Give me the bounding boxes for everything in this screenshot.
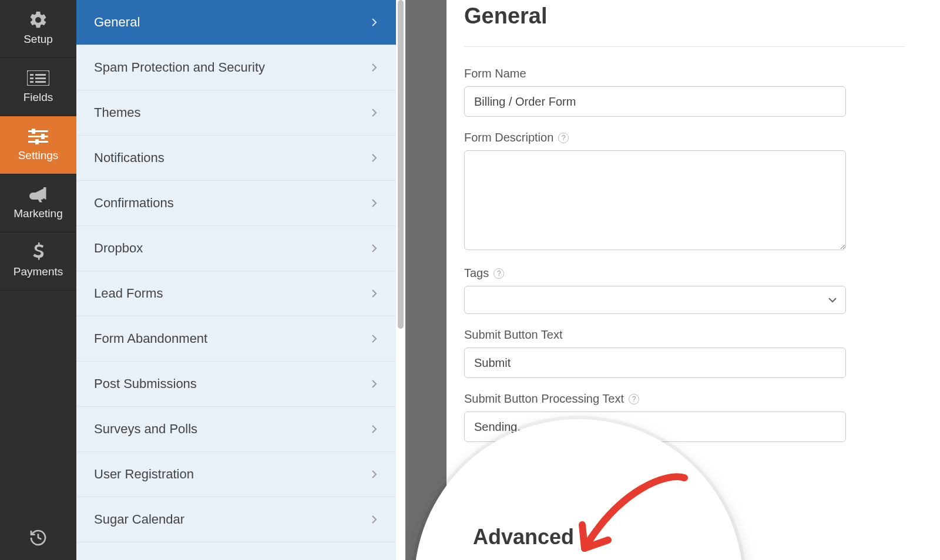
submit-processing-label: Submit Button Processing Text bbox=[464, 392, 624, 406]
sidebar-item-marketing[interactable]: Marketing bbox=[0, 174, 76, 232]
bullhorn-icon bbox=[26, 185, 50, 204]
field-submit-text: Submit Button Text bbox=[464, 328, 905, 378]
submenu-item-label: Lead Forms bbox=[94, 286, 163, 301]
submenu-item-general[interactable]: General bbox=[76, 0, 396, 45]
submenu-item-label: Themes bbox=[94, 105, 140, 120]
submenu-item-label: Spam Protection and Security bbox=[94, 60, 265, 75]
help-icon[interactable]: ? bbox=[629, 394, 639, 404]
svg-rect-12 bbox=[35, 139, 39, 144]
submenu-item-label: Surveys and Polls bbox=[94, 421, 197, 437]
submenu-item-confirmations[interactable]: Confirmations bbox=[76, 181, 396, 226]
submenu-item-form-abandonment[interactable]: Form Abandonment bbox=[76, 316, 396, 362]
chevron-right-icon bbox=[370, 335, 378, 343]
tags-select[interactable] bbox=[464, 286, 846, 314]
submenu-scrollbar[interactable] bbox=[396, 0, 405, 560]
sidebar-item-label: Setup bbox=[24, 33, 53, 46]
help-icon[interactable]: ? bbox=[494, 268, 504, 279]
submit-text-input[interactable] bbox=[464, 348, 846, 378]
form-name-label: Form Name bbox=[464, 67, 905, 80]
help-icon[interactable]: ? bbox=[558, 133, 569, 143]
svg-rect-11 bbox=[41, 134, 45, 139]
submenu-item-surveys-polls[interactable]: Surveys and Polls bbox=[76, 407, 396, 452]
submenu-item-user-registration[interactable]: User Registration bbox=[76, 452, 396, 497]
form-name-input[interactable] bbox=[464, 86, 846, 117]
advanced-callout: Advanced bbox=[414, 419, 919, 560]
svg-rect-8 bbox=[28, 136, 48, 137]
submenu-item-label: Notifications bbox=[94, 150, 164, 166]
submenu-item-label: User Registration bbox=[94, 467, 194, 482]
page-title: General bbox=[464, 4, 905, 29]
settings-submenu: General Spam Protection and Security The… bbox=[76, 0, 396, 560]
svg-rect-7 bbox=[28, 130, 48, 132]
submenu-item-label: Sugar Calendar bbox=[94, 512, 184, 527]
chevron-right-icon bbox=[370, 470, 378, 478]
sidebar-item-payments[interactable]: Payments bbox=[0, 232, 76, 291]
submenu-item-dropbox[interactable]: Dropbox bbox=[76, 226, 396, 271]
sidebar-item-label: Settings bbox=[18, 149, 59, 162]
submenu-item-notifications[interactable]: Notifications bbox=[76, 136, 396, 181]
list-icon bbox=[26, 69, 50, 87]
sidebar-item-label: Payments bbox=[14, 265, 63, 278]
svg-rect-4 bbox=[35, 77, 46, 79]
svg-rect-2 bbox=[35, 74, 46, 76]
sidebar-item-fields[interactable]: Fields bbox=[0, 58, 76, 116]
tags-label: Tags bbox=[464, 266, 489, 280]
svg-rect-10 bbox=[32, 129, 35, 134]
submenu-item-post-submissions[interactable]: Post Submissions bbox=[76, 362, 396, 407]
gear-icon bbox=[26, 11, 50, 29]
chevron-right-icon bbox=[370, 63, 378, 72]
submit-text-label: Submit Button Text bbox=[464, 328, 905, 342]
sidebar-item-label: Fields bbox=[24, 91, 53, 104]
chevron-right-icon bbox=[370, 515, 378, 524]
field-form-name: Form Name bbox=[464, 67, 905, 117]
submenu-item-label: General bbox=[94, 15, 140, 30]
field-tags: Tags ? bbox=[464, 266, 905, 314]
icon-sidebar: Setup Fields Settings Marketing Payments bbox=[0, 0, 76, 560]
submenu-item-spam[interactable]: Spam Protection and Security bbox=[76, 45, 396, 90]
field-form-description: Form Description ? bbox=[464, 131, 905, 252]
chevron-right-icon bbox=[370, 18, 378, 26]
form-description-input[interactable] bbox=[464, 150, 846, 250]
submenu-item-lead-forms[interactable]: Lead Forms bbox=[76, 271, 396, 316]
chevron-right-icon bbox=[370, 425, 378, 433]
form-description-label: Form Description bbox=[464, 131, 553, 144]
chevron-down-icon bbox=[828, 295, 837, 305]
dollar-icon bbox=[26, 243, 50, 262]
scrollbar-thumb[interactable] bbox=[398, 0, 404, 329]
divider-line bbox=[464, 46, 905, 47]
chevron-right-icon bbox=[370, 199, 378, 207]
submenu-item-themes[interactable]: Themes bbox=[76, 90, 396, 136]
chevron-right-icon bbox=[370, 109, 378, 117]
settings-submenu-wrap: General Spam Protection and Security The… bbox=[76, 0, 405, 560]
sliders-icon bbox=[26, 127, 50, 146]
submenu-item-label: Confirmations bbox=[94, 195, 174, 211]
chevron-right-icon bbox=[370, 289, 378, 298]
main-content: General Form Name Form Description ? Tag… bbox=[446, 0, 940, 560]
svg-rect-3 bbox=[30, 77, 33, 79]
annotation-arrow-icon bbox=[549, 466, 702, 560]
submenu-item-label: Dropbox bbox=[94, 241, 143, 256]
history-icon bbox=[29, 528, 48, 549]
submenu-item-label: Post Submissions bbox=[94, 376, 197, 392]
svg-rect-1 bbox=[30, 74, 33, 76]
sidebar-item-history[interactable] bbox=[0, 518, 76, 560]
chevron-right-icon bbox=[370, 244, 378, 252]
sidebar-spacer bbox=[0, 291, 76, 518]
svg-rect-5 bbox=[30, 81, 33, 83]
sidebar-item-label: Marketing bbox=[14, 207, 62, 220]
submenu-item-sugar-calendar[interactable]: Sugar Calendar bbox=[76, 497, 396, 542]
sidebar-item-settings[interactable]: Settings bbox=[0, 116, 76, 174]
sidebar-item-setup[interactable]: Setup bbox=[0, 0, 76, 58]
chevron-right-icon bbox=[370, 154, 378, 162]
svg-rect-6 bbox=[35, 81, 46, 83]
chevron-right-icon bbox=[370, 380, 378, 388]
submenu-item-label: Form Abandonment bbox=[94, 331, 207, 346]
